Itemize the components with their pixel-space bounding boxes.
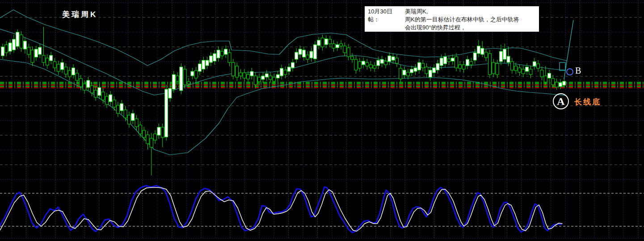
candle-body <box>324 39 328 45</box>
candle-body <box>310 51 313 58</box>
candle-body <box>42 55 45 62</box>
candle-body <box>462 65 465 69</box>
candle-body <box>250 71 253 76</box>
candle-body <box>113 100 116 107</box>
candle-body <box>143 130 146 137</box>
candle-body <box>377 60 380 66</box>
note-post-label: 帖： <box>368 16 379 24</box>
candle-body <box>380 59 383 63</box>
candle-body <box>455 57 458 68</box>
candle-body <box>321 38 324 47</box>
candle-body <box>551 79 555 85</box>
candle-body <box>317 40 320 46</box>
candle-body <box>265 74 268 77</box>
candle-body <box>57 64 60 71</box>
candle-body <box>399 68 402 79</box>
candle-body <box>228 53 231 62</box>
candle-body <box>522 69 525 74</box>
candle-body <box>157 127 160 135</box>
candle-body <box>220 51 223 56</box>
candle-body <box>20 35 23 48</box>
candle-body <box>499 51 502 62</box>
candle-body <box>369 65 372 68</box>
candle-body <box>354 59 358 70</box>
candle-body <box>518 68 521 72</box>
candle-body <box>421 63 425 68</box>
candle-body <box>239 73 242 76</box>
candle-body <box>76 73 79 80</box>
candle-body <box>384 61 387 65</box>
candle-body <box>526 67 529 71</box>
candle-body <box>79 79 82 87</box>
candle-body <box>514 66 518 71</box>
candle-body <box>116 105 119 113</box>
candle-body <box>38 47 42 54</box>
candle-body <box>306 55 309 59</box>
marker-a-circle-icon[interactable]: A <box>553 93 569 109</box>
candle-body <box>328 39 332 44</box>
candle-body <box>291 62 294 68</box>
candle-body <box>373 66 376 68</box>
candle-body <box>254 76 257 85</box>
marker-b-label: B <box>575 66 581 76</box>
candle-body <box>477 46 480 54</box>
candle-body <box>484 52 488 58</box>
candle-body <box>16 32 19 46</box>
candle-body <box>440 58 443 66</box>
candle-body <box>187 82 190 84</box>
candle-body <box>496 63 499 75</box>
annotation-note-box[interactable]: 10月30日 帖： 美瑞周K, 周K的第一目标估计在布林中轨，之后中轨将 会出现… <box>365 6 539 32</box>
candle-body <box>61 62 64 70</box>
candle-body <box>31 50 34 62</box>
grid-layer <box>0 0 644 238</box>
candle-body <box>131 113 135 120</box>
candle-body <box>313 45 316 59</box>
candle-body <box>347 48 350 57</box>
projection-rectangle[interactable] <box>560 62 565 71</box>
candle-body <box>135 119 138 127</box>
candle-body <box>168 88 172 98</box>
candle-body <box>488 54 491 75</box>
candle-body <box>284 70 287 75</box>
candle-body <box>120 104 123 111</box>
candle-body <box>83 84 86 90</box>
candle-body <box>34 49 38 57</box>
support-resistance-level-lines[interactable] <box>0 83 644 88</box>
candle-body <box>146 135 149 144</box>
candlestick-series <box>1 27 566 175</box>
candle-body <box>183 69 186 85</box>
candle-body <box>127 115 130 124</box>
candle-body <box>358 62 361 68</box>
candle-body <box>414 68 417 71</box>
candle-body <box>529 69 532 75</box>
candle-body <box>429 70 432 77</box>
candle-body <box>395 58 398 63</box>
candle-body <box>447 59 450 62</box>
candle-body <box>540 70 543 77</box>
candle-body <box>172 75 175 89</box>
candle-body <box>101 92 105 100</box>
candle-body <box>109 95 112 102</box>
marker-a-label: A <box>557 96 564 108</box>
candle-body <box>436 63 439 70</box>
candle-body <box>466 59 469 66</box>
note-date: 10月30日 <box>368 8 392 16</box>
candle-body <box>72 68 75 75</box>
candle-body <box>124 110 127 118</box>
chart-title: 美瑞周K <box>62 9 97 20</box>
candle-body <box>473 53 476 60</box>
candle-body <box>332 44 335 48</box>
candle-body <box>336 45 339 48</box>
candle-body <box>5 45 8 53</box>
candle-body <box>391 57 395 60</box>
candle-body <box>533 62 536 66</box>
candle-body <box>410 69 413 73</box>
candle-body <box>451 58 454 61</box>
candle-body <box>154 134 157 140</box>
note-line-2: 周K的第一目标估计在布林中轨，之后中轨将 <box>405 16 519 24</box>
candle-body <box>343 46 346 53</box>
candle-body <box>139 125 142 134</box>
chart-canvas[interactable] <box>0 0 644 241</box>
candle-body <box>548 73 551 78</box>
marker-b-circle-icon[interactable] <box>566 68 573 75</box>
